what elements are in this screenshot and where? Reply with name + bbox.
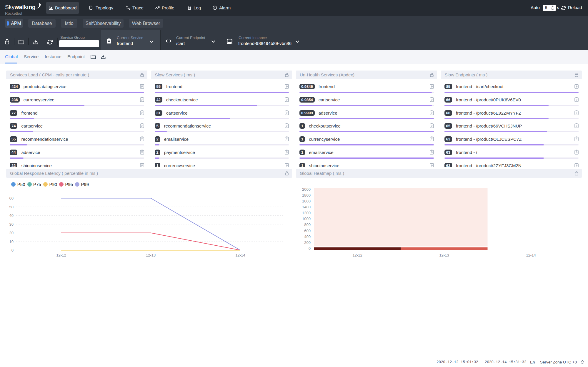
- svg-text:1400: 1400: [302, 205, 311, 209]
- svg-text:2000: 2000: [302, 187, 311, 192]
- svg-text:1800: 1800: [302, 193, 311, 197]
- svg-text:12-12: 12-12: [56, 253, 66, 257]
- svg-text:800: 800: [304, 222, 311, 227]
- svg-text:30: 30: [9, 222, 14, 227]
- svg-text:1600: 1600: [302, 199, 311, 203]
- svg-text:400: 400: [304, 234, 311, 239]
- svg-text:0: 0: [11, 248, 14, 252]
- svg-text:60: 60: [9, 196, 14, 200]
- svg-text:12-14: 12-14: [526, 253, 536, 257]
- svg-text:200: 200: [304, 240, 311, 245]
- svg-text:600: 600: [304, 229, 311, 233]
- svg-text:12-13: 12-13: [439, 253, 449, 257]
- svg-text:0: 0: [309, 246, 311, 251]
- svg-text:12-14: 12-14: [235, 253, 245, 257]
- svg-text:1000: 1000: [302, 217, 311, 221]
- svg-text:50: 50: [9, 205, 14, 209]
- svg-text:20: 20: [9, 231, 14, 235]
- svg-text:12-12: 12-12: [352, 253, 362, 257]
- svg-text:1200: 1200: [302, 211, 311, 215]
- svg-text:12-13: 12-13: [146, 253, 156, 257]
- svg-text:40: 40: [9, 213, 14, 218]
- svg-text:10: 10: [9, 239, 14, 244]
